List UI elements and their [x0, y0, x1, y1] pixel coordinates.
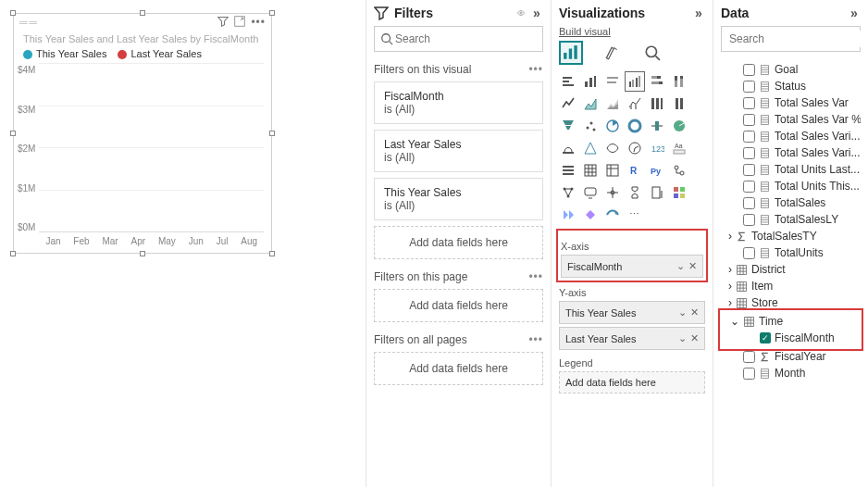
viz-type-icon[interactable] [559, 139, 577, 157]
collapse-pane-icon[interactable]: » [848, 6, 861, 19]
viz-type-icon[interactable] [648, 72, 666, 91]
chart-visual-tile[interactable]: ══ ••• This Year Sales and Last Year Sal… [13, 13, 272, 254]
viz-type-icon[interactable] [559, 72, 577, 91]
drag-handle-icon[interactable]: ══ [19, 16, 39, 30]
viz-type-icon[interactable] [670, 183, 688, 202]
tree-row[interactable]: Month [721, 365, 861, 381]
viz-type-icon[interactable] [603, 72, 622, 91]
format-visual-tab[interactable] [600, 41, 624, 65]
viz-type-icon[interactable] [670, 94, 688, 113]
more-icon[interactable]: ••• [528, 63, 543, 76]
tree-row[interactable]: Total Units Last... [721, 161, 861, 178]
tree-row[interactable]: Total Sales Var [721, 94, 861, 111]
more-icon[interactable]: ••• [528, 270, 543, 283]
viz-type-icon[interactable]: Py [648, 161, 666, 180]
focus-mode-icon[interactable] [234, 16, 245, 30]
tree-row[interactable]: TotalSales [721, 194, 861, 211]
viz-type-icon[interactable] [648, 117, 666, 135]
viz-type-icon[interactable] [670, 161, 688, 180]
tree-row[interactable]: ⌄Time [723, 313, 859, 330]
analytics-tab[interactable] [640, 41, 664, 65]
viz-type-icon[interactable] [603, 206, 622, 224]
tree-row[interactable]: Total Sales Vari... [721, 144, 861, 161]
viz-type-icon[interactable] [648, 183, 666, 202]
viz-type-icon[interactable] [581, 72, 600, 91]
viz-type-icon[interactable] [581, 161, 600, 180]
filters-search-input[interactable] [393, 31, 537, 47]
viz-type-icon[interactable] [559, 117, 577, 135]
viz-type-icon[interactable] [626, 117, 644, 135]
viz-type-icon[interactable]: ⋯ [626, 206, 644, 224]
viz-type-icon[interactable] [559, 206, 577, 224]
viz-type-icon[interactable] [626, 72, 644, 91]
yaxis-well-label: Y-axis [559, 287, 705, 298]
viz-type-icon[interactable] [559, 94, 577, 113]
viz-type-icon[interactable] [626, 94, 644, 113]
viz-type-icon[interactable] [603, 139, 622, 157]
svg-point-45 [629, 143, 640, 154]
tree-row[interactable]: Goal [721, 61, 861, 78]
viz-type-icon[interactable] [581, 139, 600, 157]
tree-row[interactable]: ›District [721, 261, 861, 278]
xaxis-pill[interactable]: FiscalMonth⌄✕ [561, 255, 703, 278]
more-icon[interactable]: ••• [528, 333, 543, 346]
filters-search[interactable] [374, 26, 543, 52]
viz-type-icon[interactable]: R [626, 161, 644, 180]
legend-well-placeholder[interactable]: Add data fields here [559, 371, 705, 393]
filter-card[interactable]: FiscalMonthis (All) [374, 81, 543, 124]
more-options-icon[interactable]: ••• [251, 16, 266, 30]
remove-icon[interactable]: ✕ [688, 260, 697, 272]
tree-row[interactable]: Total Sales Vari... [721, 128, 861, 144]
viz-type-icon[interactable]: 123 [648, 139, 666, 157]
chart-legend: This Year Sales Last Year Sales [14, 48, 271, 63]
filter-card[interactable]: Last Year Salesis (All) [374, 130, 543, 172]
viz-type-icon[interactable] [603, 161, 622, 180]
viz-type-icon[interactable]: Aa [670, 139, 688, 157]
viz-type-icon[interactable] [626, 139, 644, 157]
viz-type-icon[interactable] [581, 117, 600, 135]
viz-type-icon[interactable] [581, 183, 600, 202]
collapse-pane-icon[interactable]: » [530, 6, 543, 19]
remove-icon[interactable]: ✕ [690, 306, 699, 318]
viz-type-icon[interactable] [670, 117, 688, 135]
chevron-down-icon[interactable]: ⌄ [678, 306, 687, 318]
viz-type-icon[interactable] [603, 117, 622, 135]
tree-row[interactable]: Total Units This... [721, 178, 861, 194]
tree-row[interactable]: Status [721, 78, 861, 94]
data-search[interactable] [721, 26, 861, 52]
report-canvas[interactable]: ══ ••• This Year Sales and Last Year Sal… [0, 0, 366, 487]
viz-type-icon[interactable] [559, 161, 577, 180]
yaxis-pill[interactable]: This Year Sales⌄✕ [559, 301, 705, 324]
viz-type-icon[interactable] [581, 206, 600, 224]
tree-row[interactable]: ✓FiscalMonth [723, 330, 859, 346]
viz-type-icon[interactable] [603, 94, 622, 113]
filter-card[interactable]: This Year Salesis (All) [374, 178, 543, 220]
viz-type-icon[interactable] [559, 183, 577, 202]
tree-row[interactable]: ›TotalSalesTY [721, 228, 861, 244]
tree-row[interactable]: Total Sales Var % [721, 111, 861, 128]
fields-tree[interactable]: GoalStatusTotal Sales VarTotal Sales Var… [721, 61, 861, 381]
viz-type-icon[interactable] [648, 94, 666, 113]
collapse-pane-icon[interactable]: » [692, 6, 705, 19]
eye-icon[interactable] [517, 6, 530, 19]
add-fields-page[interactable]: Add data fields here [374, 289, 543, 322]
tree-row[interactable]: ›Store [721, 294, 861, 311]
viz-type-icon[interactable] [581, 94, 600, 113]
viz-type-icon[interactable] [626, 183, 644, 202]
viz-type-icon[interactable] [670, 72, 688, 91]
remove-icon[interactable]: ✕ [690, 332, 699, 344]
viz-type-icon[interactable] [603, 183, 622, 202]
tree-row[interactable]: ›Item [721, 278, 861, 294]
viz-type-picker[interactable]: 123AaRPy⋯ [559, 72, 705, 224]
tree-row[interactable]: FiscalYear [721, 348, 861, 365]
yaxis-pill[interactable]: Last Year Sales⌄✕ [559, 327, 705, 350]
add-fields-all[interactable]: Add data fields here [374, 352, 543, 385]
data-search-input[interactable] [727, 31, 868, 47]
tree-row[interactable]: TotalSalesLY [721, 211, 861, 228]
filter-icon[interactable] [217, 16, 229, 30]
build-visual-tab[interactable] [559, 41, 583, 65]
chevron-down-icon[interactable]: ⌄ [678, 332, 687, 344]
tree-row[interactable]: TotalUnits [721, 244, 861, 261]
add-fields-visual[interactable]: Add data fields here [374, 226, 543, 259]
chevron-down-icon[interactable]: ⌄ [676, 260, 685, 272]
